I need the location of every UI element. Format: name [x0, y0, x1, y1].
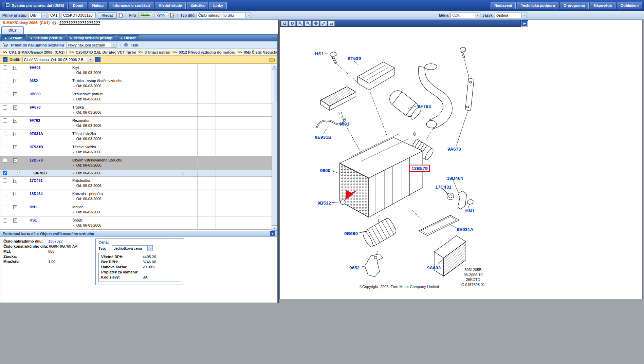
expand-toggle[interactable]: + — [13, 119, 17, 123]
nav-n-kup[interactable]: Nákup — [89, 2, 108, 9]
annotate-button[interactable] — [320, 21, 327, 26]
price-type-select[interactable]: Jednotková cena▼ — [112, 245, 153, 251]
part-number[interactable]: 9E931A — [20, 130, 43, 136]
print-icon[interactable] — [52, 21, 57, 25]
diagram-label-17c431[interactable]: 17C431 — [435, 185, 451, 190]
table-scrollbar[interactable]: ▲ ▼ — [272, 64, 277, 231]
section-select[interactable]: Čistič Vzduchu, Od: 06-03-2006 2.5L Dura… — [22, 57, 93, 62]
folder-icon[interactable] — [269, 57, 275, 62]
collapse-detail-button[interactable]: ▼ — [270, 231, 275, 236]
nav-dom[interactable]: Domů — [69, 2, 87, 9]
diagram-label-9a673[interactable]: 9A673 — [447, 147, 461, 152]
table-row[interactable]: +9E931ATěsnicí vložka•Od: 06-03-2006 — [0, 130, 272, 143]
diagram-label-9a603[interactable]: 9A603 — [427, 265, 441, 270]
zoom-out-button[interactable] — [305, 21, 311, 26]
expand-toggle[interactable]: + — [13, 205, 17, 209]
nav-linky[interactable]: Linky — [209, 2, 227, 9]
view-seznam[interactable]: ▸Seznam — [1, 35, 26, 41]
diagram-label-9652[interactable]: 9652 — [349, 265, 360, 270]
nav-odhl-en[interactable]: Odhlášení — [617, 2, 642, 9]
part-type-select[interactable]: Číslo náhradního dílu▼ — [197, 13, 251, 18]
expand-all-icon[interactable]: + — [3, 57, 7, 62]
row-checkbox[interactable] — [3, 65, 7, 70]
breadcrumb-link-5[interactable]: 05B Čistič Vzduchu — [244, 50, 277, 54]
part-number[interactable]: 9E931B — [20, 143, 43, 149]
home-button[interactable] — [281, 21, 288, 26]
expand-toggle[interactable]: + — [13, 132, 17, 136]
part-number[interactable]: 1367827 — [20, 170, 48, 175]
part-number[interactable]: 9652 — [20, 77, 38, 83]
part-number[interactable]: 18D464 — [20, 190, 43, 196]
search-button[interactable]: Hledat — [98, 12, 117, 19]
part-number[interactable]: 9A603 — [20, 64, 40, 70]
nav-z-lo-ka[interactable]: Záložka — [187, 2, 208, 9]
direct-access-select[interactable]: Díly▼ — [29, 13, 47, 18]
language-select[interactable]: čeština▼ — [495, 13, 527, 18]
next-page-button[interactable]: ▶ — [522, 21, 528, 26]
table-row[interactable]: +HN1Matice•Od: 06-03-2006 — [0, 203, 272, 216]
nav-informace-o-sou-sti[interactable]: Informace o součásti — [109, 2, 153, 9]
add-to-shopping-list-label[interactable]: Přidat do nákupního seznamu — [11, 43, 64, 47]
row-checkbox[interactable] — [3, 145, 7, 149]
table-row[interactable]: +9652Trubka - vstup čističe vzduchu•Od: … — [0, 77, 272, 90]
breadcrumb-link-4[interactable]: 0312 Přívod vzduchu do motoru — [179, 50, 236, 54]
row-checkbox[interactable] — [3, 79, 7, 83]
print-label[interactable]: Tisk — [131, 43, 138, 47]
nav-o-programu[interactable]: O programu — [560, 2, 589, 9]
breadcrumb-link-3[interactable]: 3 Hnací ústrojí — [145, 50, 170, 54]
expand-toggle[interactable]: + — [13, 179, 17, 183]
scroll-up-button[interactable]: ▲ — [272, 64, 277, 69]
currency-select[interactable]: CZK▼ — [450, 13, 480, 18]
vehicle-placeholder-link[interactable]: ?????????????????? — [59, 21, 100, 25]
diagram-label-9b532[interactable]: 9B532 — [317, 200, 331, 206]
table-row[interactable]: +9E931BTěsnicí vložka•Od: 06-03-2006 — [0, 143, 272, 156]
hand-button[interactable] — [289, 21, 296, 26]
zoom-in-button[interactable] — [297, 21, 303, 26]
filter-on-button[interactable]: Zapn. — [138, 13, 152, 18]
table-row-child[interactable]: −1367827•Od: 06-03-20061 — [0, 170, 272, 177]
diagram-canvas[interactable]: HS19T5399F76396019E931B9A673960012B57918… — [280, 27, 642, 299]
part-number[interactable]: 12B579 — [20, 156, 43, 162]
tab-dily[interactable]: DÍLY — [1, 26, 24, 34]
diagram-label-9600[interactable]: 9600 — [320, 168, 330, 173]
row-checkbox[interactable] — [3, 171, 7, 175]
diagram-label-9e931b[interactable]: 9E931B — [315, 135, 332, 140]
part-number[interactable]: 9F763 — [20, 117, 40, 122]
view-hledat[interactable]: ▸Hledat — [117, 35, 139, 41]
expand-toggle[interactable]: + — [13, 92, 17, 96]
table-row[interactable]: +HS1Šroub•Od: 06-03-2006 — [0, 216, 272, 230]
row-checkbox[interactable] — [3, 118, 7, 123]
printer-icon[interactable] — [124, 43, 128, 47]
diagram-label-9601[interactable]: 9601 — [339, 121, 349, 127]
print-button[interactable] — [312, 21, 319, 26]
diagram-label-9b660[interactable]: 9B660 — [344, 231, 358, 236]
expand-toggle[interactable]: + — [13, 66, 17, 70]
table-row[interactable]: +9B660Vzduchové potrubí•Od: 06-03-2006 — [0, 90, 272, 103]
row-checkbox[interactable] — [3, 158, 7, 162]
nav-n-pov-da[interactable]: Nápověda — [590, 2, 615, 9]
row-checkbox[interactable] — [3, 132, 7, 136]
diagram-label-12b579[interactable]: 12B579 — [409, 165, 430, 172]
go-to-section-button[interactable]: → — [95, 57, 100, 62]
part-search-input[interactable] — [62, 13, 96, 18]
row-checkbox[interactable] — [3, 92, 7, 96]
diagram-label-9e931a[interactable]: 9E931A — [457, 227, 474, 232]
view-p-m-vizu-ln-p-stup[interactable]: ▸Přímý vizuální přístup — [67, 35, 116, 41]
table-row[interactable]: +9F763Rezonátor•Od: 06-03-2006 — [0, 117, 272, 130]
row-checkbox[interactable] — [3, 205, 7, 209]
table-row[interactable]: +9A673Trubka•Od: 06-03-2006 — [0, 103, 272, 117]
part-number[interactable]: HN1 — [20, 203, 37, 209]
nav-hledat-v-ude[interactable]: Hledat všude — [155, 2, 185, 9]
expand-toggle[interactable]: + — [13, 79, 17, 83]
expand-toggle[interactable]: + — [13, 106, 17, 110]
row-checkbox[interactable] — [3, 105, 7, 110]
expand-toggle[interactable]: + — [13, 192, 17, 196]
erase-button[interactable] — [328, 21, 335, 26]
table-row[interactable]: +18D464Konzola - podpěra•Od: 06-03-2006 — [0, 190, 272, 203]
scroll-thumb[interactable] — [272, 70, 277, 102]
expand-toggle[interactable]: + — [13, 218, 17, 223]
row-checkbox[interactable] — [3, 192, 7, 196]
expand-toggle[interactable]: − — [16, 171, 19, 174]
part-number[interactable]: 9B660 — [20, 90, 40, 96]
scroll-down-button[interactable]: ▼ — [272, 225, 277, 231]
